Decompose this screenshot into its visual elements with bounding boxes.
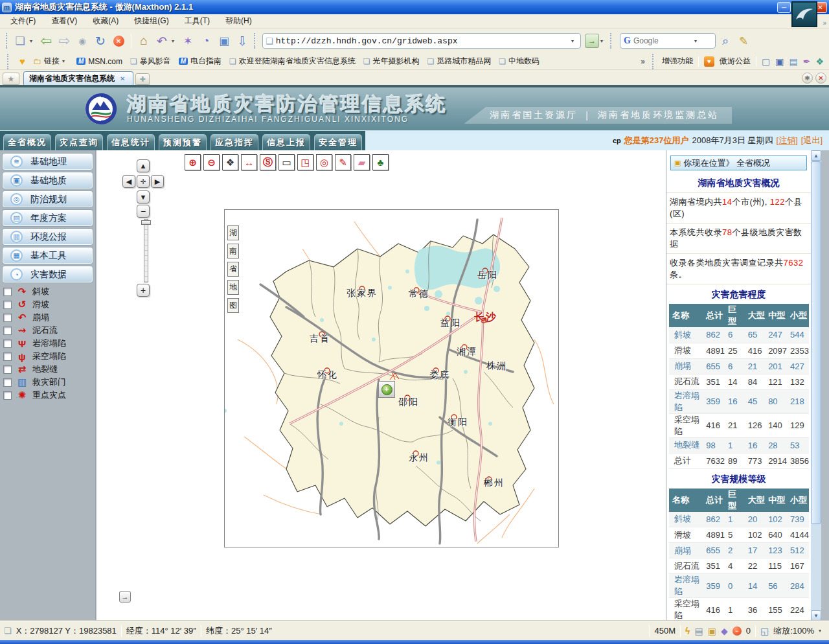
undo-caret[interactable]: ▾ bbox=[172, 38, 178, 44]
map-tool-button[interactable]: ▭ bbox=[278, 154, 295, 170]
banner-link-monitor-station[interactable]: 湖南省地质环境监测总站 bbox=[598, 109, 719, 121]
map-tool-button[interactable]: ⊕ bbox=[185, 154, 201, 170]
history-clock-button[interactable]: ◔ bbox=[198, 32, 214, 49]
zoom-slider-thumb[interactable] bbox=[141, 220, 151, 225]
layer-checkbox[interactable] bbox=[3, 314, 12, 322]
scroll-up-icon[interactable]: ▲ bbox=[811, 150, 821, 161]
active-tab[interactable]: 湖南省地质灾害信息系统 ✕ bbox=[23, 71, 133, 85]
charity-link[interactable]: 傲游公益 bbox=[720, 56, 751, 67]
layer-checkbox[interactable] bbox=[3, 352, 12, 361]
nav-tab[interactable]: 预测预警 bbox=[159, 134, 207, 150]
sidebar-accordion-button[interactable]: ▥ 环境公报 bbox=[2, 228, 93, 246]
addons-link[interactable]: 增强功能 bbox=[662, 56, 693, 67]
skin-icon[interactable]: ▢ bbox=[762, 56, 770, 67]
pan-down-button[interactable]: ▼ bbox=[137, 190, 150, 203]
scroll-down-icon[interactable]: ▼ bbox=[811, 610, 821, 621]
map-tool-button[interactable]: ⊖ bbox=[203, 154, 220, 170]
gps-marker-button[interactable]: + bbox=[378, 381, 395, 398]
links-overflow[interactable]: » bbox=[641, 57, 645, 66]
address-dropdown[interactable]: ▾ bbox=[571, 38, 578, 44]
menu-item[interactable]: 收藏(A) bbox=[86, 14, 125, 28]
sidebar-accordion-button[interactable]: ▣ 基础地质 bbox=[2, 172, 93, 189]
link-item[interactable]: ❏ 中地数码 bbox=[499, 56, 539, 67]
banner-link-land-dept[interactable]: 湖南省国土资源厅 bbox=[490, 109, 578, 121]
map-layer-tab[interactable]: 省 bbox=[227, 262, 239, 277]
nav-tab[interactable]: 信息上报 bbox=[262, 134, 310, 150]
nav-tab[interactable]: 全省概况 bbox=[3, 134, 51, 150]
adblock-badge-icon[interactable]: − bbox=[732, 627, 742, 636]
sniffer-icon[interactable]: ▤ bbox=[694, 626, 703, 636]
notes-icon[interactable]: ▣ bbox=[708, 626, 716, 636]
nav-tab[interactable]: 灾点查询 bbox=[55, 134, 103, 150]
vertical-scrollbar[interactable]: ▲ ▼ bbox=[811, 150, 821, 621]
layer-checkbox[interactable] bbox=[3, 301, 12, 309]
notes-icon[interactable]: ▤ bbox=[789, 56, 797, 67]
map-tool-button[interactable]: ↔ bbox=[241, 154, 257, 170]
puzzle-icon[interactable]: ❖ bbox=[815, 56, 824, 67]
google-icon[interactable]: G bbox=[624, 36, 631, 46]
map-tool-button[interactable]: ◎ bbox=[316, 154, 332, 170]
link-item[interactable]: ❏ 暴风影音 bbox=[130, 56, 171, 67]
sidebar-accordion-button[interactable]: ≋ 基础地理 bbox=[2, 153, 93, 170]
menu-item[interactable]: 查看(V) bbox=[45, 14, 84, 28]
pan-up-button[interactable]: ▲ bbox=[137, 159, 150, 172]
refresh-button[interactable]: ↻ bbox=[92, 32, 109, 49]
link-msn[interactable]: M MSN.com bbox=[76, 57, 122, 66]
layer-checkbox[interactable] bbox=[3, 391, 12, 400]
tab-close-icon[interactable]: ✕ bbox=[120, 75, 125, 82]
pen-cup-icon[interactable]: ✒ bbox=[803, 56, 811, 67]
tab-list-close-icon[interactable]: ✕ bbox=[815, 73, 826, 84]
nav-tab[interactable]: 应急指挥 bbox=[210, 134, 258, 150]
map-tool-button[interactable]: ◳ bbox=[297, 154, 313, 170]
new-page-caret[interactable]: ▾ bbox=[30, 38, 36, 44]
zoom-out-slider-button[interactable]: − bbox=[137, 205, 150, 218]
collapse-chevron-icon[interactable]: » bbox=[823, 19, 826, 27]
pan-right-button[interactable]: ▶ bbox=[151, 175, 164, 188]
link-item[interactable]: ❏ 欢迎登陆湖南省地质灾害信息系统 bbox=[229, 56, 356, 67]
map-tool-button[interactable]: Ⓢ bbox=[260, 154, 276, 170]
links-folder[interactable]: 🗀 链接 ▾ bbox=[33, 56, 69, 67]
search-engine-dropdown[interactable]: ▾ bbox=[694, 38, 701, 44]
nav-tab[interactable]: 信息统计 bbox=[107, 134, 155, 150]
menu-item[interactable]: 工具(T) bbox=[178, 14, 216, 28]
home-button[interactable]: ⌂ bbox=[135, 32, 152, 49]
window-icon[interactable]: ▣ bbox=[775, 56, 784, 67]
pan-center-button[interactable]: ✛ bbox=[137, 175, 150, 188]
undo-button[interactable]: ↶ bbox=[153, 32, 170, 49]
zoom-label[interactable]: 缩放:100% bbox=[773, 625, 814, 637]
map-layer-tab[interactable]: 湖 bbox=[227, 225, 239, 240]
menu-item[interactable]: 帮助(H) bbox=[219, 14, 258, 28]
layer-checkbox[interactable] bbox=[3, 378, 12, 387]
map-layer-tab[interactable]: 图 bbox=[227, 298, 239, 313]
map-tool-button[interactable]: ♣ bbox=[372, 154, 389, 170]
sidebar-accordion-button[interactable]: ◎ 防治规划 bbox=[2, 190, 93, 208]
filter-diamond-icon[interactable]: ◆ bbox=[721, 626, 728, 636]
layer-checkbox[interactable] bbox=[3, 327, 12, 335]
filter-wand-button[interactable]: ✶ bbox=[179, 32, 196, 49]
map-layer-tab[interactable]: 南 bbox=[227, 244, 239, 259]
map-tool-button[interactable]: ❖ bbox=[222, 154, 238, 170]
window-list-button[interactable]: ▣ bbox=[216, 32, 233, 49]
history-dropdown-button[interactable]: ◉ bbox=[74, 32, 91, 49]
menu-item[interactable]: 快捷组(G) bbox=[128, 14, 175, 28]
stop-button[interactable]: ✕ bbox=[110, 32, 127, 49]
map-pager-button[interactable]: → bbox=[119, 591, 131, 603]
zoom-caret[interactable]: ▾ bbox=[819, 628, 825, 634]
search-input[interactable] bbox=[633, 36, 692, 45]
map-frame[interactable]: 湖南省地图 张家界常德岳阳益阳长沙吉首湘潭株洲怀化娄底邵阳衡阳永州郴州 + bbox=[224, 209, 559, 547]
logout-link[interactable]: [注销] bbox=[777, 135, 798, 146]
go-button[interactable]: → bbox=[585, 34, 599, 48]
tab-star-icon[interactable]: ★ bbox=[3, 73, 19, 85]
sidebar-accordion-button[interactable]: ▤ 年度方案 bbox=[2, 209, 93, 227]
address-input[interactable] bbox=[276, 36, 569, 46]
map-tool-button[interactable]: ✎ bbox=[335, 154, 351, 170]
go-caret[interactable]: ▾ bbox=[600, 38, 607, 44]
search-button[interactable]: ⌕ bbox=[717, 32, 734, 49]
performance-lightning-icon[interactable]: ϟ bbox=[685, 626, 690, 636]
pan-left-button[interactable]: ◀ bbox=[122, 175, 135, 188]
zoom-in-slider-button[interactable]: + bbox=[137, 284, 150, 297]
sidebar-accordion-button[interactable]: ◔ 灾害数据 bbox=[2, 266, 93, 283]
new-tab-button[interactable]: ✚ bbox=[135, 73, 150, 85]
link-item[interactable]: ❏ 光年摄影机构 bbox=[363, 56, 420, 67]
scroll-thumb[interactable] bbox=[811, 161, 821, 524]
